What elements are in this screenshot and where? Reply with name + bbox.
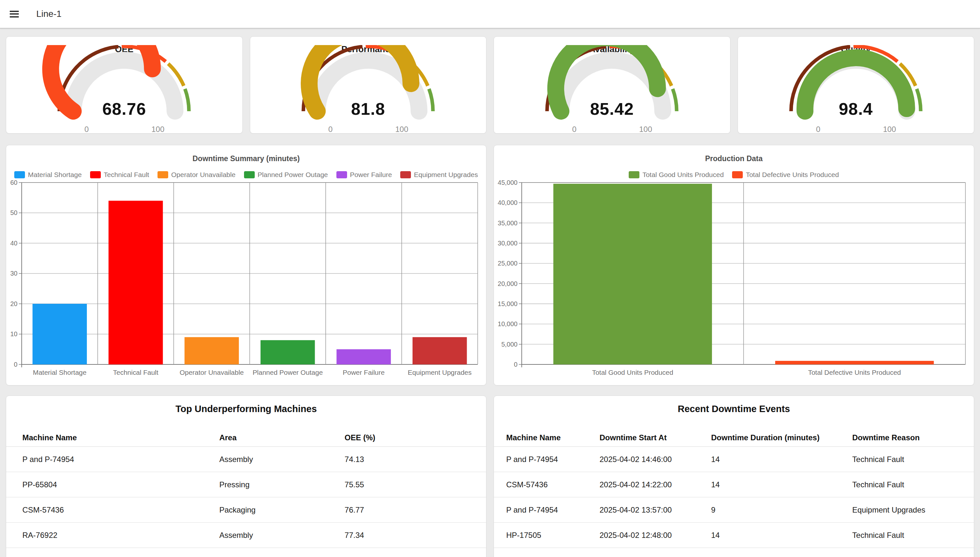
table-cell: 2025-04-02 13:57:00: [600, 505, 711, 515]
gauge-value: 81.8: [250, 99, 486, 119]
gauge-performance: 81.8 0 100: [250, 45, 486, 134]
column-header: Downtime Start At: [600, 433, 711, 442]
chart-title: Production Data: [494, 154, 974, 163]
gauge-card-quality: Quality 98.4 0 100: [738, 36, 975, 134]
table-cell: 2025-04-02 14:22:00: [600, 480, 711, 489]
svg-text:Total Defective Units Produced: Total Defective Units Produced: [808, 369, 901, 376]
legend-item[interactable]: Operator Unavailable: [158, 171, 235, 179]
table-cell: RA-76922: [22, 531, 219, 540]
table-cell: 14: [711, 531, 852, 540]
recent-downtime-events-card: Recent Downtime Events Machine NameDownt…: [494, 396, 974, 557]
table-cell: Assembly: [219, 455, 345, 464]
downtime-summary-chart-card: Downtime Summary (minutes) Material Shor…: [6, 145, 486, 386]
gauge-card-availability: Availability 85.42 0 100: [494, 36, 730, 134]
table-header-row: Machine NameDowntime Start AtDowntime Du…: [494, 428, 974, 447]
legend-item[interactable]: Technical Fault: [90, 171, 149, 179]
svg-text:Total Good Units Produced: Total Good Units Produced: [592, 369, 673, 376]
legend-label: Operator Unavailable: [171, 171, 235, 179]
table-row: RA-76922Assembly77.34: [6, 523, 486, 548]
bar-Equipment Upgrades: [413, 337, 467, 365]
svg-text:60: 60: [10, 180, 18, 186]
gauge-max-label: 100: [395, 125, 408, 134]
legend-label: Power Failure: [350, 171, 392, 179]
legend-swatch-icon: [629, 171, 639, 178]
gauge-arc: [738, 45, 975, 134]
svg-text:50: 50: [10, 209, 18, 216]
gauge-value: 68.76: [6, 99, 242, 119]
table-cell: Pressing: [219, 480, 345, 489]
svg-text:15,000: 15,000: [498, 300, 518, 307]
column-header: Machine Name: [22, 433, 219, 442]
gauge-min-label: 0: [572, 125, 577, 134]
table-row: CSM-574362025-04-02 14:22:0014Technical …: [494, 472, 974, 497]
legend-swatch-icon: [732, 171, 743, 178]
column-header: OEE (%): [345, 433, 470, 442]
legend-item[interactable]: Total Defective Units Produced: [732, 171, 839, 179]
table-cell: Assembly: [219, 531, 345, 540]
table-cell: 2025-04-02 14:46:00: [600, 455, 711, 464]
svg-text:45,000: 45,000: [498, 180, 518, 186]
table-cell: 14: [711, 455, 852, 464]
production-bar-chart: 05,00010,00015,00020,00025,00030,00035,0…: [494, 180, 974, 386]
legend-item[interactable]: Planned Power Outage: [244, 171, 328, 179]
bar-Planned Power Outage: [260, 340, 315, 365]
table-row: P and P-749542025-04-02 13:57:009Equipme…: [494, 497, 974, 523]
top-underperforming-machines-card: Top Underperforming Machines Machine Nam…: [6, 396, 486, 557]
table-cell: Technical Fault: [852, 480, 962, 489]
gauge-min-label: 0: [328, 125, 333, 134]
svg-text:Power Failure: Power Failure: [343, 369, 385, 376]
gauge-quality: 98.4 0 100: [738, 45, 974, 134]
svg-text:30,000: 30,000: [498, 239, 518, 247]
legend-label: Material Shortage: [28, 171, 82, 179]
table-cell: HP-17505: [506, 531, 600, 540]
svg-text:Material Shortage: Material Shortage: [33, 369, 86, 376]
top-app-bar: Line-1: [0, 0, 980, 29]
table-cell: P and P-74954: [22, 455, 219, 464]
downtime-bar-chart: 0102030405060Material ShortageTechnical …: [6, 180, 486, 386]
gauge-card-performance: Performance 81.8 0 100: [250, 36, 487, 134]
legend-label: Total Good Units Produced: [642, 171, 724, 179]
svg-text:40,000: 40,000: [498, 199, 518, 206]
legend-item[interactable]: Material Shortage: [14, 171, 82, 179]
top-underperforming-machines-table: Machine NameAreaOEE (%)P and P-74954Asse…: [6, 428, 486, 548]
svg-text:25,000: 25,000: [498, 260, 518, 267]
bar-Total Defective Units Produced: [775, 361, 934, 365]
svg-text:30: 30: [10, 270, 18, 277]
legend-item[interactable]: Total Good Units Produced: [629, 171, 724, 179]
legend-swatch-icon: [90, 171, 101, 178]
chart-legend: Material ShortageTechnical FaultOperator…: [6, 169, 486, 180]
svg-text:5,000: 5,000: [501, 341, 518, 348]
svg-text:0: 0: [14, 361, 18, 368]
svg-text:Technical Fault: Technical Fault: [113, 369, 158, 376]
table-cell: PP-65804: [22, 480, 219, 489]
menu-hamburger-icon[interactable]: [10, 11, 19, 18]
table-cell: 75.55: [345, 480, 470, 489]
gauge-max-label: 100: [151, 125, 164, 134]
svg-text:Planned Power Outage: Planned Power Outage: [252, 369, 323, 376]
svg-text:Operator Unavailable: Operator Unavailable: [180, 369, 244, 376]
table-row: P and P-749542025-04-02 14:46:0014Techni…: [494, 447, 974, 472]
column-header: Downtime Reason: [852, 433, 962, 442]
chart-title: Downtime Summary (minutes): [6, 154, 486, 163]
table-row: CSM-57436Packaging76.77: [6, 497, 486, 523]
legend-label: Total Defective Units Produced: [746, 171, 839, 179]
table-header-row: Machine NameAreaOEE (%): [6, 428, 486, 447]
svg-text:0: 0: [514, 361, 518, 368]
bar-Material Shortage: [33, 304, 87, 365]
table-row: PP-65804Pressing75.55: [6, 472, 486, 497]
gauge-min-label: 0: [85, 125, 89, 134]
gauge-arc: [494, 45, 730, 134]
table-cell: Technical Fault: [852, 531, 962, 540]
gauge-min-label: 0: [816, 125, 820, 134]
legend-item[interactable]: Equipment Upgrades: [400, 171, 478, 179]
legend-item[interactable]: Power Failure: [336, 171, 392, 179]
svg-text:20,000: 20,000: [498, 280, 518, 287]
bar-Technical Fault: [109, 201, 163, 365]
gauge-arc: [6, 45, 243, 134]
gauge-oee: 68.76 0 100: [6, 45, 242, 134]
gauge-card-oee: OEE 68.76 0 100: [6, 36, 243, 134]
svg-text:10,000: 10,000: [498, 320, 518, 327]
legend-swatch-icon: [400, 171, 411, 178]
gauge-arc: [250, 45, 487, 134]
table-title: Top Underperforming Machines: [6, 404, 486, 414]
